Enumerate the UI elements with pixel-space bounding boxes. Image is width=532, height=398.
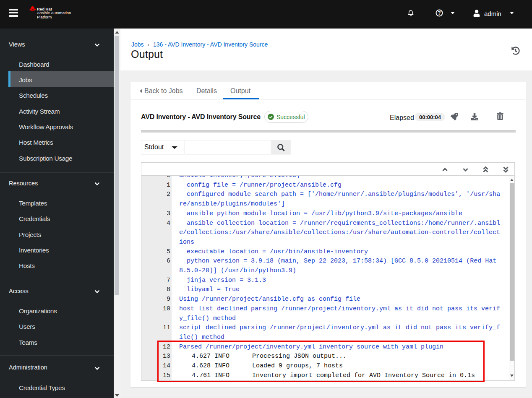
svg-text:?: ? xyxy=(438,10,441,16)
